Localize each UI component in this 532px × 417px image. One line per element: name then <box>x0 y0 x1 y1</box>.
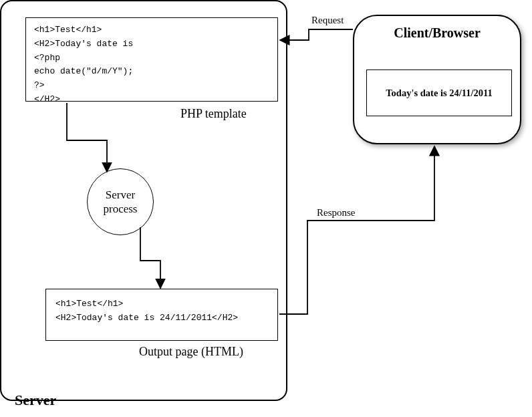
server-process-node: Server process <box>87 168 154 235</box>
server-label: Server <box>15 392 56 409</box>
template-line: <h1>Test</h1> <box>34 23 269 37</box>
template-line: <H2>Today's date is <box>34 37 269 51</box>
client-browser-container: Client/Browser Today's date is 24/11/201… <box>353 15 521 144</box>
arrow-request <box>281 29 353 40</box>
output-line: <H2>Today's date is 24/11/2011</H2> <box>55 311 268 325</box>
edge-label-request: Request <box>311 15 344 26</box>
output-html-label: Output page (HTML) <box>139 345 243 359</box>
template-line: ?> <box>34 79 269 93</box>
php-template-box: <h1>Test</h1> <H2>Today's date is <?php … <box>25 17 278 102</box>
client-rendered-output: Today's date is 24/11/2011 <box>366 70 512 116</box>
template-line: <?php <box>34 51 269 65</box>
server-process-label: Server process <box>104 188 138 217</box>
arrow-response <box>279 147 434 314</box>
output-html-box: <h1>Test</h1> <H2>Today's date is 24/11/… <box>45 289 278 341</box>
template-line: </H2> <box>34 93 269 107</box>
edge-label-response: Response <box>317 207 356 219</box>
client-browser-label: Client/Browser <box>394 25 481 41</box>
output-line: <h1>Test</h1> <box>55 297 268 311</box>
template-line: echo date("d/m/Y"); <box>34 65 269 79</box>
php-template-label: PHP template <box>180 107 247 121</box>
client-rendered-text: Today's date is 24/11/2011 <box>386 88 492 99</box>
